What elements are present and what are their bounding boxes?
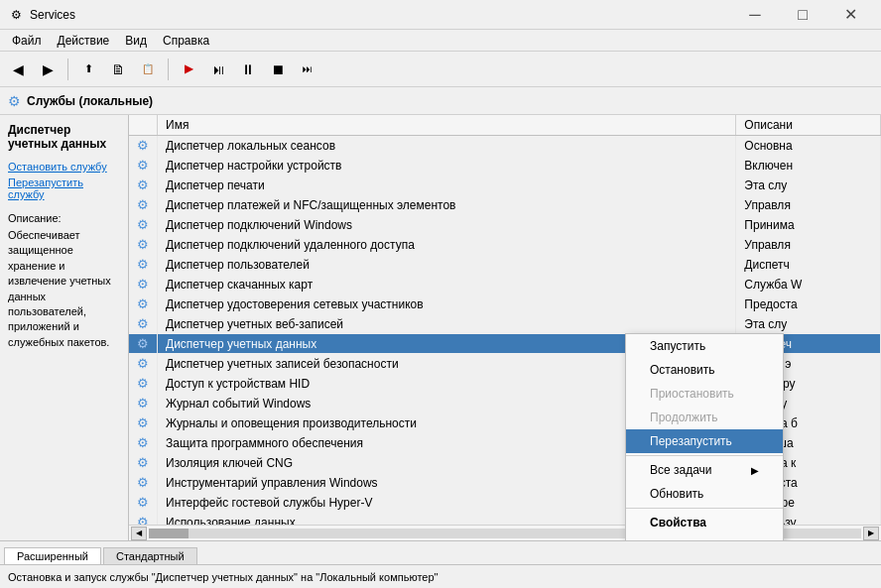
service-icon-cell: ⚙ (129, 314, 158, 334)
service-icon-cell: ⚙ (129, 493, 158, 513)
tab-extended[interactable]: Расширенный (4, 547, 101, 565)
tab-standard[interactable]: Стандартный (103, 547, 197, 564)
service-icon-cell: ⚙ (129, 136, 158, 156)
table-row[interactable]: ⚙Диспетчер учетных веб-записейЭта слу (129, 314, 881, 334)
tab-bar: Расширенный Стандартный (0, 540, 881, 564)
service-icon-cell: ⚙ (129, 473, 158, 493)
context-menu-item-перезапустить[interactable]: Перезапустить (626, 429, 783, 453)
table-row[interactable]: ⚙Диспетчер пользователейДиспетч (129, 255, 881, 275)
context-menu-item-свойства[interactable]: Свойства (626, 511, 783, 534)
table-row[interactable]: ⚙Диспетчер настройки устройствВключен (129, 156, 881, 176)
toolbar-stop[interactable]: ⏹ (264, 56, 292, 83)
service-icon: ⚙ (137, 217, 149, 232)
col-icon (129, 115, 158, 136)
window-title: Services (30, 8, 732, 22)
service-icon: ⚙ (137, 158, 149, 173)
service-icon-cell: ⚙ (129, 513, 158, 526)
toolbar-back[interactable]: ◀ (4, 56, 32, 83)
service-desc: Эта слу (736, 176, 881, 195)
context-menu-item-обновить[interactable]: Обновить (626, 482, 783, 506)
context-menu-item-label: Обновить (650, 487, 703, 501)
desc-text: Обеспечивает защищенное хранение и извле… (8, 228, 120, 350)
app-icon: ⚙ (8, 7, 24, 23)
service-desc: Управля (736, 235, 881, 255)
context-menu: ЗапуститьОстановитьПриостановитьПродолжи… (625, 333, 784, 540)
status-bar: Остановка и запуск службы "Диспетчер уче… (0, 564, 881, 588)
context-menu-item-label: Продолжить (650, 411, 718, 424)
context-menu-item-справка[interactable]: Справка (626, 534, 783, 540)
toolbar-restart[interactable]: ⏭ (294, 56, 321, 83)
table-row[interactable]: ⚙Диспетчер печатиЭта слу (129, 176, 881, 195)
service-desc: Эта слу (736, 314, 881, 334)
service-icon-cell: ⚙ (129, 374, 158, 394)
stop-service-link[interactable]: Остановить службу (8, 161, 120, 173)
service-icon-cell: ⚙ (129, 255, 158, 275)
service-icon-cell: ⚙ (129, 215, 158, 235)
table-row[interactable]: ⚙Диспетчер платежей и NFC/защищенных эле… (129, 195, 881, 215)
desc-label: Описание: (8, 212, 120, 224)
scroll-left-btn[interactable]: ◀ (131, 527, 147, 540)
context-menu-item-запустить[interactable]: Запустить (626, 334, 783, 358)
table-row[interactable]: ⚙Диспетчер удостоверения сетевых участни… (129, 294, 881, 314)
context-menu-item-остановить[interactable]: Остановить (626, 358, 783, 382)
service-icon: ⚙ (137, 376, 149, 391)
toolbar-settings[interactable]: ▶ (175, 56, 202, 83)
service-icon-cell: ⚙ (129, 195, 158, 215)
window-controls: ─ □ ✕ (732, 0, 873, 30)
title-bar: ⚙ Services ─ □ ✕ (0, 0, 881, 30)
col-desc[interactable]: Описани (736, 115, 881, 136)
service-icon-cell: ⚙ (129, 433, 158, 453)
service-icon: ⚙ (137, 296, 149, 311)
table-row[interactable]: ⚙Диспетчер локальных сеансовОсновна (129, 136, 881, 156)
service-icon: ⚙ (137, 336, 149, 351)
toolbar-forward[interactable]: ▶ (34, 56, 62, 83)
service-icon: ⚙ (137, 197, 149, 212)
context-menu-item-label: Свойства (650, 516, 706, 529)
service-icon-cell: ⚙ (129, 235, 158, 255)
table-row[interactable]: ⚙Диспетчер подключений WindowsПринима (129, 215, 881, 235)
menu-file[interactable]: Файл (4, 32, 50, 50)
toolbar-refresh[interactable]: 🗎 (104, 56, 132, 83)
context-menu-item-label: Все задачи (650, 463, 712, 477)
context-menu-item-label: Остановить (650, 363, 715, 377)
toolbar-up[interactable]: ⬆ (74, 56, 102, 83)
context-menu-separator (626, 508, 783, 509)
scroll-right-btn[interactable]: ▶ (863, 527, 879, 540)
col-name[interactable]: Имя (158, 115, 736, 136)
menu-action[interactable]: Действие (50, 32, 118, 50)
restart-service-link[interactable]: Перезапустить службу (8, 176, 120, 200)
service-icon: ⚙ (137, 475, 149, 490)
toolbar-sep-2 (168, 59, 169, 80)
context-menu-item-все-задачи[interactable]: Все задачи▶ (626, 458, 783, 482)
toolbar-export[interactable]: 📋 (134, 56, 162, 83)
toolbar-pause[interactable]: ⏸ (234, 56, 262, 83)
panel-container: Диспетчер учетных данных Остановить служ… (0, 115, 881, 540)
service-desc: Включен (736, 156, 881, 176)
service-desc: Принима (736, 215, 881, 235)
service-icon-cell: ⚙ (129, 354, 158, 374)
close-button[interactable]: ✕ (827, 0, 873, 30)
scroll-thumb[interactable] (149, 529, 189, 538)
service-icon-cell: ⚙ (129, 334, 158, 354)
minimize-button[interactable]: ─ (732, 0, 778, 30)
service-icon: ⚙ (137, 435, 149, 450)
service-name: Диспетчер удостоверения сетевых участник… (158, 294, 736, 314)
service-icon: ⚙ (137, 356, 149, 371)
left-panel: Диспетчер учетных данных Остановить служ… (0, 115, 129, 540)
service-desc: Предоста (736, 294, 881, 314)
toolbar-start[interactable]: ⏯ (204, 56, 232, 83)
menu-help[interactable]: Справка (155, 32, 217, 50)
service-icon-cell: ⚙ (129, 156, 158, 176)
submenu-arrow-icon: ▶ (751, 465, 759, 476)
service-icon-cell: ⚙ (129, 275, 158, 294)
menu-view[interactable]: Вид (117, 32, 155, 50)
table-row[interactable]: ⚙Диспетчер подключений удаленного доступ… (129, 235, 881, 255)
service-desc: Диспетч (736, 255, 881, 275)
service-name: Диспетчер скачанных карт (158, 275, 736, 294)
maximize-button[interactable]: □ (780, 0, 825, 30)
service-name: Диспетчер настройки устройств (158, 156, 736, 176)
context-menu-item-label: Приостановить (650, 387, 734, 401)
table-row[interactable]: ⚙Диспетчер скачанных картСлужба W (129, 275, 881, 294)
service-name: Диспетчер подключений Windows (158, 215, 736, 235)
service-name: Диспетчер учетных веб-записей (158, 314, 736, 334)
